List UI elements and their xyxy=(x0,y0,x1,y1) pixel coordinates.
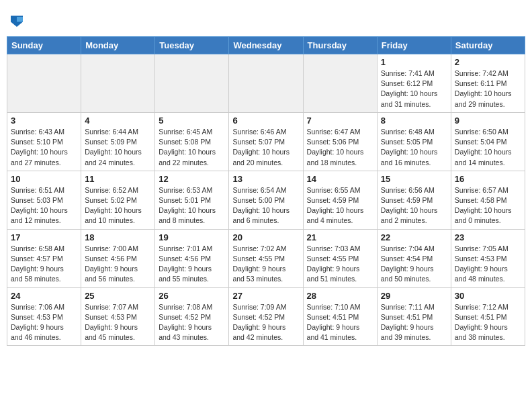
day-number: 5 xyxy=(159,116,225,126)
day-number: 20 xyxy=(232,232,299,242)
day-info: Sunrise: 6:47 AM Sunset: 5:06 PM Dayligh… xyxy=(307,127,373,168)
day-number: 9 xyxy=(455,116,521,126)
calendar-cell: 19Sunrise: 7:01 AM Sunset: 4:56 PM Dayli… xyxy=(155,229,229,287)
calendar-cell: 2Sunrise: 7:42 AM Sunset: 6:11 PM Daylig… xyxy=(451,54,525,113)
calendar-cell: 8Sunrise: 6:48 AM Sunset: 5:05 PM Daylig… xyxy=(377,112,451,171)
day-number: 1 xyxy=(381,57,447,67)
day-number: 10 xyxy=(11,174,77,184)
calendar-cell: 9Sunrise: 6:50 AM Sunset: 5:04 PM Daylig… xyxy=(451,112,525,171)
calendar-cell: 30Sunrise: 7:12 AM Sunset: 4:51 PM Dayli… xyxy=(451,287,525,346)
day-number: 21 xyxy=(307,232,373,242)
calendar-cell: 6Sunrise: 6:46 AM Sunset: 5:07 PM Daylig… xyxy=(229,112,303,171)
header-saturday: Saturday xyxy=(451,37,525,54)
calendar-cell: 3Sunrise: 6:43 AM Sunset: 5:10 PM Daylig… xyxy=(7,112,81,171)
calendar-cell: 18Sunrise: 7:00 AM Sunset: 4:56 PM Dayli… xyxy=(81,229,155,287)
calendar-cell: 5Sunrise: 6:45 AM Sunset: 5:08 PM Daylig… xyxy=(155,112,229,171)
calendar-cell: 29Sunrise: 7:11 AM Sunset: 4:51 PM Dayli… xyxy=(377,287,451,346)
day-number: 28 xyxy=(307,291,373,301)
calendar-cell xyxy=(229,54,303,113)
header-monday: Monday xyxy=(81,37,155,54)
calendar-cell: 10Sunrise: 6:51 AM Sunset: 5:03 PM Dayli… xyxy=(7,171,81,229)
day-number: 7 xyxy=(307,116,373,126)
day-info: Sunrise: 7:08 AM Sunset: 4:52 PM Dayligh… xyxy=(159,302,225,343)
calendar-cell: 12Sunrise: 6:53 AM Sunset: 5:01 PM Dayli… xyxy=(155,171,229,229)
calendar-week-4: 24Sunrise: 7:06 AM Sunset: 4:53 PM Dayli… xyxy=(7,287,525,346)
day-number: 29 xyxy=(381,291,447,301)
calendar-cell xyxy=(81,54,155,113)
calendar-cell xyxy=(303,54,377,113)
calendar-cell: 21Sunrise: 7:03 AM Sunset: 4:55 PM Dayli… xyxy=(303,229,377,287)
calendar-table: SundayMondayTuesdayWednesdayThursdayFrid… xyxy=(7,36,525,346)
calendar-cell: 4Sunrise: 6:44 AM Sunset: 5:09 PM Daylig… xyxy=(81,112,155,171)
calendar-cell: 20Sunrise: 7:02 AM Sunset: 4:55 PM Dayli… xyxy=(229,229,303,287)
calendar-week-3: 17Sunrise: 6:58 AM Sunset: 4:57 PM Dayli… xyxy=(7,229,525,287)
calendar-week-0: 1Sunrise: 7:41 AM Sunset: 6:12 PM Daylig… xyxy=(7,54,525,113)
day-number: 4 xyxy=(85,116,151,126)
calendar-cell: 23Sunrise: 7:05 AM Sunset: 4:53 PM Dayli… xyxy=(451,229,525,287)
header-friday: Friday xyxy=(377,37,451,54)
svg-marker-1 xyxy=(17,17,23,22)
calendar-cell: 25Sunrise: 7:07 AM Sunset: 4:53 PM Dayli… xyxy=(81,287,155,346)
calendar-cell: 28Sunrise: 7:10 AM Sunset: 4:51 PM Dayli… xyxy=(303,287,377,346)
day-info: Sunrise: 7:06 AM Sunset: 4:53 PM Dayligh… xyxy=(11,302,77,343)
logo-icon xyxy=(7,11,27,31)
day-info: Sunrise: 7:10 AM Sunset: 4:51 PM Dayligh… xyxy=(307,302,373,343)
calendar-week-1: 3Sunrise: 6:43 AM Sunset: 5:10 PM Daylig… xyxy=(7,112,525,171)
day-number: 17 xyxy=(11,232,77,242)
day-info: Sunrise: 7:00 AM Sunset: 4:56 PM Dayligh… xyxy=(85,244,151,285)
day-number: 24 xyxy=(11,291,77,301)
day-info: Sunrise: 6:55 AM Sunset: 4:59 PM Dayligh… xyxy=(307,185,373,226)
day-info: Sunrise: 6:58 AM Sunset: 4:57 PM Dayligh… xyxy=(11,244,77,285)
day-info: Sunrise: 6:43 AM Sunset: 5:10 PM Dayligh… xyxy=(11,127,77,168)
calendar-header-row: SundayMondayTuesdayWednesdayThursdayFrid… xyxy=(7,37,525,54)
calendar-cell: 27Sunrise: 7:09 AM Sunset: 4:52 PM Dayli… xyxy=(229,287,303,346)
day-number: 6 xyxy=(232,116,299,126)
day-info: Sunrise: 6:48 AM Sunset: 5:05 PM Dayligh… xyxy=(381,127,447,168)
day-info: Sunrise: 7:41 AM Sunset: 6:12 PM Dayligh… xyxy=(381,68,447,109)
day-info: Sunrise: 6:52 AM Sunset: 5:02 PM Dayligh… xyxy=(85,185,151,226)
day-info: Sunrise: 7:01 AM Sunset: 4:56 PM Dayligh… xyxy=(159,244,225,285)
day-number: 11 xyxy=(85,174,151,184)
day-info: Sunrise: 6:53 AM Sunset: 5:01 PM Dayligh… xyxy=(159,185,225,226)
day-number: 22 xyxy=(381,232,447,242)
day-info: Sunrise: 7:07 AM Sunset: 4:53 PM Dayligh… xyxy=(85,302,151,343)
day-info: Sunrise: 7:09 AM Sunset: 4:52 PM Dayligh… xyxy=(232,302,299,343)
day-number: 14 xyxy=(307,174,373,184)
day-number: 16 xyxy=(455,174,521,184)
day-info: Sunrise: 6:57 AM Sunset: 4:58 PM Dayligh… xyxy=(455,185,521,226)
day-number: 2 xyxy=(455,57,521,67)
day-number: 18 xyxy=(85,232,151,242)
day-number: 3 xyxy=(11,116,77,126)
day-info: Sunrise: 7:03 AM Sunset: 4:55 PM Dayligh… xyxy=(307,244,373,285)
header-wednesday: Wednesday xyxy=(229,37,303,54)
calendar-cell: 13Sunrise: 6:54 AM Sunset: 5:00 PM Dayli… xyxy=(229,171,303,229)
calendar-week-2: 10Sunrise: 6:51 AM Sunset: 5:03 PM Dayli… xyxy=(7,171,525,229)
day-number: 13 xyxy=(232,174,299,184)
calendar-cell: 16Sunrise: 6:57 AM Sunset: 4:58 PM Dayli… xyxy=(451,171,525,229)
day-info: Sunrise: 6:46 AM Sunset: 5:07 PM Dayligh… xyxy=(232,127,299,168)
day-number: 25 xyxy=(85,291,151,301)
calendar-cell: 15Sunrise: 6:56 AM Sunset: 4:59 PM Dayli… xyxy=(377,171,451,229)
day-info: Sunrise: 7:05 AM Sunset: 4:53 PM Dayligh… xyxy=(455,244,521,285)
calendar-cell: 14Sunrise: 6:55 AM Sunset: 4:59 PM Dayli… xyxy=(303,171,377,229)
header-thursday: Thursday xyxy=(303,37,377,54)
calendar-cell: 11Sunrise: 6:52 AM Sunset: 5:02 PM Dayli… xyxy=(81,171,155,229)
day-info: Sunrise: 6:45 AM Sunset: 5:08 PM Dayligh… xyxy=(159,127,225,168)
calendar-cell xyxy=(7,54,81,113)
day-number: 15 xyxy=(381,174,447,184)
day-info: Sunrise: 6:50 AM Sunset: 5:04 PM Dayligh… xyxy=(455,127,521,168)
day-number: 23 xyxy=(455,232,521,242)
header-sunday: Sunday xyxy=(7,37,81,54)
day-info: Sunrise: 7:02 AM Sunset: 4:55 PM Dayligh… xyxy=(232,244,299,285)
day-number: 26 xyxy=(159,291,225,301)
day-info: Sunrise: 7:12 AM Sunset: 4:51 PM Dayligh… xyxy=(455,302,521,343)
calendar-cell: 17Sunrise: 6:58 AM Sunset: 4:57 PM Dayli… xyxy=(7,229,81,287)
day-info: Sunrise: 7:04 AM Sunset: 4:54 PM Dayligh… xyxy=(381,244,447,285)
day-info: Sunrise: 6:56 AM Sunset: 4:59 PM Dayligh… xyxy=(381,185,447,226)
calendar-cell: 1Sunrise: 7:41 AM Sunset: 6:12 PM Daylig… xyxy=(377,54,451,113)
day-number: 27 xyxy=(232,291,299,301)
calendar-cell: 26Sunrise: 7:08 AM Sunset: 4:52 PM Dayli… xyxy=(155,287,229,346)
day-info: Sunrise: 7:42 AM Sunset: 6:11 PM Dayligh… xyxy=(455,68,521,109)
calendar-cell: 24Sunrise: 7:06 AM Sunset: 4:53 PM Dayli… xyxy=(7,287,81,346)
day-number: 12 xyxy=(159,174,225,184)
